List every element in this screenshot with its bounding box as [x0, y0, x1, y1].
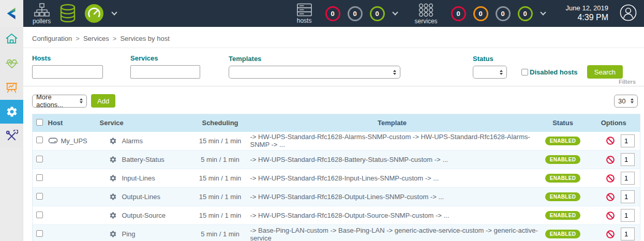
service-name[interactable]: Battery-Status — [122, 156, 164, 163]
user-menu[interactable] — [620, 4, 637, 23]
row-checkbox[interactable] — [36, 174, 43, 181]
hosts-chevron-down-icon[interactable] — [392, 9, 398, 15]
row-checkbox[interactable] — [36, 230, 43, 237]
service-status-counter[interactable]: 0 — [451, 6, 466, 21]
service-name[interactable]: Ping — [122, 230, 136, 238]
scheduling-value: 15 min / 1 min — [194, 206, 246, 225]
table-row: Battery-Status 5 min / 1 min -> HW-UPS-S… — [33, 150, 640, 169]
pollers-icon — [34, 3, 50, 17]
service-cell: Output-Source — [109, 212, 194, 219]
service-name[interactable]: Alarms — [122, 137, 143, 145]
column-header-host[interactable]: Host — [47, 114, 99, 132]
breadcrumb-item[interactable]: Configuration — [32, 35, 72, 42]
breadcrumb-item[interactable]: Services by host — [120, 35, 169, 42]
host-status-counter[interactable]: 0 — [370, 6, 385, 21]
sidebar-item-home[interactable] — [0, 27, 23, 51]
service-status-counter[interactable]: 0 — [518, 6, 533, 21]
services-chevron-down-icon[interactable] — [540, 9, 546, 15]
select-arrows-icon — [631, 98, 634, 103]
service-name[interactable]: Input-Lines — [122, 174, 155, 182]
latency-gauge-icon[interactable] — [85, 4, 103, 23]
breadcrumb-separator: > — [113, 35, 117, 42]
sidebar-item-administration[interactable] — [0, 124, 23, 148]
column-header-service[interactable]: Service — [99, 114, 194, 132]
home-icon — [5, 33, 18, 46]
select-all-checkbox[interactable] — [36, 119, 43, 126]
status-badge: ENABLED — [545, 211, 580, 220]
template-chain[interactable]: -> HW-UPS-Standard-Rfc1628-Output-Lines-… — [246, 188, 538, 206]
breadcrumb-separator: > — [76, 35, 80, 42]
template-chain[interactable]: -> HW-UPS-Standard-Rfc1628-Input-Lines-S… — [246, 169, 538, 188]
breadcrumb-item[interactable]: Services — [83, 35, 109, 42]
services-table-body: My_UPS Alarms 15 min / 1 min -> HW-UPS-S… — [33, 132, 640, 241]
scheduling-value: 5 min / 1 min — [194, 225, 246, 241]
status-badge: ENABLED — [545, 230, 580, 238]
hosts-menu[interactable]: hosts — [297, 3, 312, 24]
disable-icon[interactable] — [606, 155, 615, 164]
heart-pulse-icon — [5, 57, 19, 69]
sidebar-item-monitoring[interactable] — [0, 51, 23, 75]
options-count-input[interactable] — [621, 134, 635, 147]
template-chain[interactable]: -> Base-Ping-LAN-custom -> Base-Ping-LAN… — [246, 225, 538, 241]
add-button[interactable]: Add — [91, 94, 115, 108]
templates-filter-select[interactable] — [229, 66, 400, 79]
services-menu[interactable]: services — [415, 3, 438, 24]
sidebar-item-reporting[interactable] — [0, 76, 23, 99]
disable-icon[interactable] — [606, 174, 615, 183]
disable-icon[interactable] — [606, 192, 615, 202]
template-chain[interactable]: -> HW-UPS-Standard-Rfc1628-Output-Source… — [246, 206, 538, 225]
services-counters: 0000 — [451, 6, 533, 21]
centreon-logo[interactable] — [0, 0, 23, 27]
column-header-scheduling[interactable]: Scheduling — [194, 114, 246, 132]
more-actions-select[interactable]: More actions... — [32, 95, 87, 108]
service-name[interactable]: Output-Source — [122, 212, 166, 219]
services-filter-label: Services — [130, 54, 200, 62]
presentation-chart-icon — [5, 81, 18, 94]
status-filter-select[interactable] — [473, 66, 507, 79]
options-count-input[interactable] — [621, 209, 635, 222]
table-row: Input-Lines 15 min / 1 min -> HW-UPS-Sta… — [33, 169, 640, 188]
host-status-counter[interactable]: 0 — [348, 6, 363, 21]
hosts-filter-input[interactable] — [32, 65, 103, 79]
filters-caption: Filters — [619, 79, 636, 85]
sidebar-item-configuration[interactable] — [0, 100, 23, 124]
host-name[interactable]: My_UPS — [61, 137, 87, 145]
database-status-icon[interactable] — [58, 4, 77, 23]
search-button[interactable]: Search — [587, 65, 623, 79]
row-checkbox[interactable] — [36, 137, 43, 143]
current-time: 4:39 PM — [566, 12, 608, 23]
hosts-icon — [297, 3, 312, 17]
row-checkbox[interactable] — [36, 156, 43, 162]
row-checkbox[interactable] — [36, 212, 43, 218]
pollers-menu[interactable]: pollers — [33, 3, 51, 24]
more-actions-value: More actions... — [36, 93, 77, 109]
disable-icon[interactable] — [606, 211, 615, 220]
service-status-counter[interactable]: 0 — [473, 6, 488, 21]
service-gear-icon — [109, 137, 117, 145]
page-size-select[interactable]: 30 — [614, 95, 638, 108]
disable-icon[interactable] — [606, 136, 615, 145]
sidebar — [0, 27, 23, 241]
row-checkbox[interactable] — [36, 193, 43, 200]
hosts-filter-label: Hosts — [32, 54, 103, 62]
services-filter-input[interactable] — [130, 65, 200, 79]
service-name[interactable]: Output-Lines — [122, 193, 160, 201]
options-count-input[interactable] — [621, 228, 635, 240]
service-status-counter[interactable]: 0 — [496, 6, 511, 21]
table-row: Ping 5 min / 1 min -> Base-Ping-LAN-cust… — [33, 225, 640, 241]
template-chain[interactable]: -> HW-UPS-Standard-Rfc1628-Battery-Statu… — [246, 150, 538, 169]
clock: June 12, 2019 4:39 PM — [566, 4, 608, 23]
options-count-input[interactable] — [621, 190, 635, 203]
poller-chevron-down-icon[interactable] — [112, 9, 117, 15]
options-count-input[interactable] — [621, 172, 635, 185]
disabled-hosts-checkbox[interactable] — [521, 69, 528, 76]
column-header-template[interactable]: Template — [246, 114, 538, 132]
column-header-status[interactable]: Status — [538, 114, 588, 132]
actions-bar: More actions... Add 30 — [23, 86, 644, 112]
options-cell — [588, 209, 640, 222]
host-status-counter[interactable]: 0 — [325, 6, 340, 21]
options-cell — [588, 134, 640, 147]
disable-icon[interactable] — [606, 230, 615, 239]
template-chain[interactable]: -> HW-UPS-Standard-Rfc1628-Alarms-SNMP-c… — [246, 132, 538, 150]
options-count-input[interactable] — [621, 153, 635, 166]
